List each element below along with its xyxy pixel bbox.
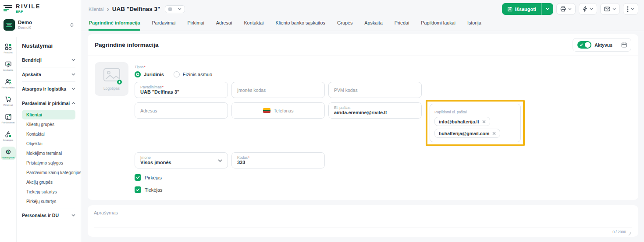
name-field[interactable]: Pavadinimas* UAB "Delfinas 3" bbox=[135, 82, 228, 98]
nav-item-klientai[interactable]: Klientai bbox=[22, 110, 75, 119]
rail-item-pardavimai[interactable]: Pardavimai bbox=[1, 112, 16, 125]
char-counter: 0 / 2000 bbox=[612, 230, 626, 234]
tab-pirkimai[interactable]: Pirkimai bbox=[187, 17, 204, 31]
chevron-down-icon bbox=[631, 8, 634, 10]
type-label: Tipas bbox=[135, 65, 143, 69]
nav-item-akciju-grupes[interactable]: Akcijų grupės bbox=[22, 177, 75, 187]
email-chip[interactable]: info@buhalterija.lt bbox=[434, 117, 490, 126]
cart-icon bbox=[5, 96, 12, 103]
nav-section-pardavimai-pirkimai[interactable]: Pardavimai ir pirkimai bbox=[22, 98, 75, 109]
breadcrumb-parent[interactable]: Klientai bbox=[89, 7, 103, 12]
nav-item-pirkeju-sutartys[interactable]: Pirkėjų sutartys bbox=[22, 196, 75, 206]
envelope-icon bbox=[604, 7, 610, 11]
code-field[interactable]: Kodas* 333 bbox=[231, 152, 325, 168]
tab-apskaita[interactable]: Apskaita bbox=[364, 17, 383, 31]
record-tabs: Pagrindinė informacija Pardavimai Pirkim… bbox=[81, 16, 644, 31]
nav-item-pristatymo-salygos[interactable]: Pristatymo sąlygos bbox=[22, 158, 75, 168]
radio-juridinis[interactable]: Juridinis bbox=[135, 71, 164, 77]
dash-icon bbox=[174, 9, 176, 10]
nav-item-tiekeju-sutartys[interactable]: Tiekėjų sutartys bbox=[22, 187, 75, 196]
add-logo-icon[interactable] bbox=[117, 79, 122, 85]
save-dropdown-button[interactable] bbox=[541, 3, 553, 15]
description-textarea[interactable]: Aprašymas bbox=[94, 210, 632, 215]
status-controls: Aktyvus bbox=[573, 38, 631, 52]
sidebar: RIVILE ERP Demo DemoX Pradžia bbox=[0, 0, 81, 242]
address-field[interactable]: Adresas bbox=[135, 102, 228, 119]
remove-chip-icon[interactable] bbox=[492, 132, 496, 135]
tab-papildomi-laukai[interactable]: Papildomi laukai bbox=[420, 17, 456, 31]
rail-item-nustatymai[interactable]: Nustatymai bbox=[1, 147, 16, 160]
nav-section-personalas-du[interactable]: Personalas ir DU bbox=[22, 210, 75, 221]
nav-item-pardavimo-kainu-kategorijos[interactable]: Pardavimo kainų kategorijos bbox=[22, 168, 75, 177]
automation-button[interactable] bbox=[579, 3, 597, 15]
chevron-down-icon bbox=[71, 88, 75, 90]
chevron-updown-icon bbox=[70, 23, 74, 27]
organization-subtitle: DemoX bbox=[18, 25, 67, 30]
supplier-checkbox[interactable]: Tiekėjas bbox=[135, 186, 631, 193]
main-area: Klientai › UAB "Delfinas 3" Išsaugoti bbox=[81, 0, 644, 242]
brand-name: RIVILE bbox=[16, 4, 41, 9]
tab-pardavimai[interactable]: Pardavimai bbox=[151, 17, 176, 31]
print-button[interactable] bbox=[556, 3, 576, 15]
additional-emails-field[interactable]: Papildomi el. paštai info@buhalterija.lt… bbox=[430, 104, 521, 142]
lithuania-flag-icon bbox=[263, 108, 270, 113]
tab-kontaktai[interactable]: Kontaktai bbox=[243, 17, 264, 31]
phone-field[interactable]: Telefonas bbox=[231, 102, 325, 119]
more-options-button[interactable] bbox=[623, 3, 638, 15]
app-logo[interactable]: RIVILE ERP bbox=[4, 4, 76, 14]
resize-handle-icon[interactable] bbox=[628, 230, 631, 234]
nav-item-mokejimo-terminai[interactable]: Mokėjimo terminai bbox=[22, 148, 75, 158]
checkbox-checked-icon bbox=[135, 186, 141, 193]
buyer-checkbox[interactable]: Pirkėjas bbox=[135, 174, 631, 181]
tab-pagrindine-informacija[interactable]: Pagrindinė informacija bbox=[89, 17, 140, 31]
logo-label: Logotipas bbox=[103, 86, 120, 91]
nav-section-apskaita[interactable]: Apskaita bbox=[22, 69, 75, 80]
nav-item-kontaktai[interactable]: Kontaktai bbox=[22, 129, 75, 139]
record-view-dropdown[interactable] bbox=[165, 5, 185, 13]
grid-icon bbox=[168, 7, 172, 11]
chevron-down-icon bbox=[178, 8, 181, 10]
tab-adresai[interactable]: Adresai bbox=[216, 17, 233, 31]
chevron-down-icon bbox=[71, 73, 75, 76]
chevron-down-icon bbox=[590, 8, 593, 10]
nav-section-bendrieji[interactable]: Bendrieji bbox=[22, 54, 75, 66]
vat-code-field[interactable]: PVM kodas bbox=[328, 82, 422, 98]
tab-kliento-banko-saskaitos[interactable]: Kliento banko sąskaitos bbox=[275, 17, 325, 31]
settings-nav: Nustatymai Bendrieji Apskaita Atsargos i… bbox=[17, 37, 81, 242]
tab-grupes[interactable]: Grupės bbox=[337, 17, 353, 31]
kebab-menu-icon bbox=[627, 6, 629, 12]
company-select[interactable]: Įmonė Visos įmonės bbox=[135, 152, 228, 168]
rail-item-pradzia[interactable]: Pradžia bbox=[1, 42, 16, 55]
tab-priedai[interactable]: Priedai bbox=[394, 17, 410, 31]
nav-item-objektai[interactable]: Objektai bbox=[22, 139, 75, 148]
radio-fizinis-asmuo[interactable]: Fizinis asmuo bbox=[174, 71, 212, 77]
email-chip[interactable]: buhalterija@gmail.com bbox=[434, 129, 500, 138]
rail-item-atsargos[interactable]: Atsargos bbox=[1, 129, 16, 143]
nav-section-atsargos-logistika[interactable]: Atsargos ir logistika bbox=[22, 83, 75, 95]
organization-selector[interactable]: Demo DemoX bbox=[4, 18, 76, 34]
rail-item-pirkimai[interactable]: Pirkimai bbox=[1, 94, 16, 108]
rail-item-personalas[interactable]: Personalas bbox=[1, 77, 16, 90]
rail-item-apskaita[interactable]: Apskaita bbox=[1, 59, 16, 73]
logo-upload[interactable]: Logotipas bbox=[95, 62, 128, 96]
save-button[interactable]: Išsaugoti bbox=[502, 3, 553, 15]
chevron-down-icon bbox=[71, 214, 75, 217]
activity-calendar-button[interactable] bbox=[617, 39, 631, 50]
nav-item-klientu-grupes[interactable]: Klientų grupės bbox=[22, 119, 75, 129]
board-chart-icon bbox=[5, 61, 12, 68]
tab-istorija[interactable]: Istorija bbox=[467, 17, 482, 31]
module-rail: Pradžia Apskaita Personalas Pirkimai Par… bbox=[0, 37, 17, 242]
active-toggle[interactable]: Aktyvus bbox=[573, 39, 617, 51]
gear-icon bbox=[5, 148, 12, 155]
company-code-field[interactable]: Įmonės kodas bbox=[231, 82, 325, 98]
email-button[interactable] bbox=[600, 3, 620, 15]
highlight-annotation: Papildomi el. paštai info@buhalterija.lt… bbox=[426, 100, 525, 146]
description-card: Aprašymas 0 / 2000 bbox=[88, 205, 638, 237]
toggle-on-icon[interactable] bbox=[577, 41, 591, 49]
email-field[interactable]: El. paštas airida.eremine@rivile.lt bbox=[328, 102, 422, 119]
remove-chip-icon[interactable] bbox=[482, 120, 486, 123]
shapes-icon bbox=[5, 131, 12, 138]
divider bbox=[22, 208, 75, 208]
active-toggle-label: Aktyvus bbox=[594, 42, 612, 48]
nav-title: Nustatymai bbox=[22, 42, 75, 49]
